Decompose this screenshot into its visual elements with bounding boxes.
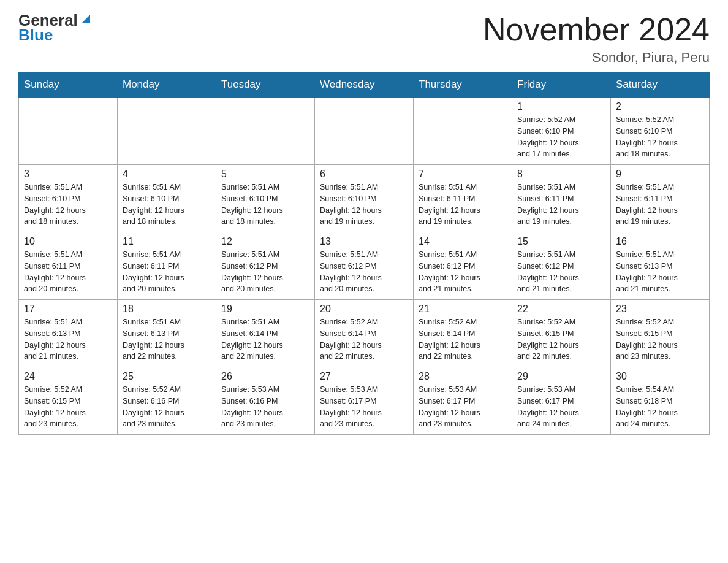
calendar-cell: 20Sunrise: 5:52 AMSunset: 6:14 PMDayligh… bbox=[315, 300, 414, 367]
calendar-cell bbox=[414, 98, 512, 165]
day-number: 12 bbox=[221, 236, 309, 247]
calendar-cell: 24Sunrise: 5:52 AMSunset: 6:15 PMDayligh… bbox=[19, 367, 118, 435]
day-header-thursday: Thursday bbox=[414, 72, 512, 98]
day-number: 27 bbox=[320, 371, 408, 382]
calendar-cell: 11Sunrise: 5:51 AMSunset: 6:11 PMDayligh… bbox=[118, 232, 216, 300]
day-number: 17 bbox=[24, 304, 112, 315]
day-info: Sunrise: 5:51 AMSunset: 6:12 PMDaylight:… bbox=[320, 249, 408, 295]
calendar-cell: 21Sunrise: 5:52 AMSunset: 6:14 PMDayligh… bbox=[414, 300, 512, 367]
calendar-cell: 18Sunrise: 5:51 AMSunset: 6:13 PMDayligh… bbox=[118, 300, 216, 367]
day-info: Sunrise: 5:51 AMSunset: 6:12 PMDaylight:… bbox=[419, 249, 507, 295]
calendar-cell: 27Sunrise: 5:53 AMSunset: 6:17 PMDayligh… bbox=[315, 367, 414, 435]
day-info: Sunrise: 5:51 AMSunset: 6:11 PMDaylight:… bbox=[24, 249, 112, 295]
calendar-cell: 7Sunrise: 5:51 AMSunset: 6:11 PMDaylight… bbox=[414, 165, 512, 232]
day-info: Sunrise: 5:53 AMSunset: 6:16 PMDaylight:… bbox=[221, 384, 309, 430]
calendar-cell: 15Sunrise: 5:51 AMSunset: 6:12 PMDayligh… bbox=[512, 232, 611, 300]
day-number: 24 bbox=[24, 371, 112, 382]
day-info: Sunrise: 5:51 AMSunset: 6:13 PMDaylight:… bbox=[24, 316, 112, 362]
calendar-cell: 4Sunrise: 5:51 AMSunset: 6:10 PMDaylight… bbox=[118, 165, 216, 232]
day-number: 18 bbox=[123, 304, 211, 315]
day-number: 19 bbox=[221, 304, 309, 315]
day-header-friday: Friday bbox=[512, 72, 611, 98]
day-info: Sunrise: 5:52 AMSunset: 6:15 PMDaylight:… bbox=[616, 316, 704, 362]
svg-marker-0 bbox=[82, 15, 90, 23]
day-info: Sunrise: 5:51 AMSunset: 6:13 PMDaylight:… bbox=[123, 316, 211, 362]
calendar-cell bbox=[315, 98, 414, 165]
day-number: 4 bbox=[123, 169, 211, 180]
day-info: Sunrise: 5:53 AMSunset: 6:17 PMDaylight:… bbox=[419, 384, 507, 430]
day-number: 28 bbox=[419, 371, 507, 382]
day-header-saturday: Saturday bbox=[611, 72, 710, 98]
calendar-cell: 23Sunrise: 5:52 AMSunset: 6:15 PMDayligh… bbox=[611, 300, 710, 367]
day-info: Sunrise: 5:52 AMSunset: 6:15 PMDaylight:… bbox=[517, 316, 605, 362]
calendar-cell: 9Sunrise: 5:51 AMSunset: 6:11 PMDaylight… bbox=[611, 165, 710, 232]
day-info: Sunrise: 5:51 AMSunset: 6:10 PMDaylight:… bbox=[123, 182, 211, 228]
day-number: 29 bbox=[517, 371, 605, 382]
day-info: Sunrise: 5:53 AMSunset: 6:17 PMDaylight:… bbox=[517, 384, 605, 430]
calendar-cell: 16Sunrise: 5:51 AMSunset: 6:13 PMDayligh… bbox=[611, 232, 710, 300]
day-number: 10 bbox=[24, 236, 112, 247]
week-row-5: 24Sunrise: 5:52 AMSunset: 6:15 PMDayligh… bbox=[19, 367, 710, 435]
day-number: 20 bbox=[320, 304, 408, 315]
calendar-cell: 28Sunrise: 5:53 AMSunset: 6:17 PMDayligh… bbox=[414, 367, 512, 435]
logo-blue-text: Blue bbox=[18, 26, 53, 45]
day-number: 7 bbox=[419, 169, 507, 180]
calendar-cell: 1Sunrise: 5:52 AMSunset: 6:10 PMDaylight… bbox=[512, 98, 611, 165]
calendar-cell: 17Sunrise: 5:51 AMSunset: 6:13 PMDayligh… bbox=[19, 300, 118, 367]
location-title: Sondor, Piura, Peru bbox=[483, 50, 710, 66]
day-info: Sunrise: 5:51 AMSunset: 6:12 PMDaylight:… bbox=[517, 249, 605, 295]
day-number: 23 bbox=[616, 304, 704, 315]
calendar-cell: 2Sunrise: 5:52 AMSunset: 6:10 PMDaylight… bbox=[611, 98, 710, 165]
day-info: Sunrise: 5:51 AMSunset: 6:10 PMDaylight:… bbox=[320, 182, 408, 228]
day-number: 1 bbox=[517, 101, 605, 112]
calendar-cell: 10Sunrise: 5:51 AMSunset: 6:11 PMDayligh… bbox=[19, 232, 118, 300]
calendar-cell bbox=[19, 98, 118, 165]
day-info: Sunrise: 5:51 AMSunset: 6:13 PMDaylight:… bbox=[616, 249, 704, 295]
day-info: Sunrise: 5:52 AMSunset: 6:14 PMDaylight:… bbox=[320, 316, 408, 362]
day-number: 15 bbox=[517, 236, 605, 247]
day-number: 6 bbox=[320, 169, 408, 180]
calendar-cell: 14Sunrise: 5:51 AMSunset: 6:12 PMDayligh… bbox=[414, 232, 512, 300]
calendar-cell: 25Sunrise: 5:52 AMSunset: 6:16 PMDayligh… bbox=[118, 367, 216, 435]
calendar-table: SundayMondayTuesdayWednesdayThursdayFrid… bbox=[18, 72, 710, 435]
title-area: November 2024 Sondor, Piura, Peru bbox=[483, 12, 710, 66]
day-number: 5 bbox=[221, 169, 309, 180]
calendar-header-row: SundayMondayTuesdayWednesdayThursdayFrid… bbox=[19, 72, 710, 98]
day-info: Sunrise: 5:52 AMSunset: 6:15 PMDaylight:… bbox=[24, 384, 112, 430]
day-number: 13 bbox=[320, 236, 408, 247]
day-number: 25 bbox=[123, 371, 211, 382]
calendar-cell bbox=[118, 98, 216, 165]
logo: General Blue bbox=[18, 12, 93, 45]
calendar-cell: 8Sunrise: 5:51 AMSunset: 6:11 PMDaylight… bbox=[512, 165, 611, 232]
calendar-cell: 5Sunrise: 5:51 AMSunset: 6:10 PMDaylight… bbox=[216, 165, 315, 232]
day-info: Sunrise: 5:52 AMSunset: 6:14 PMDaylight:… bbox=[419, 316, 507, 362]
logo-triangle-icon bbox=[79, 12, 93, 26]
week-row-3: 10Sunrise: 5:51 AMSunset: 6:11 PMDayligh… bbox=[19, 232, 710, 300]
day-info: Sunrise: 5:51 AMSunset: 6:11 PMDaylight:… bbox=[616, 182, 704, 228]
day-number: 26 bbox=[221, 371, 309, 382]
day-info: Sunrise: 5:52 AMSunset: 6:10 PMDaylight:… bbox=[616, 114, 704, 160]
day-info: Sunrise: 5:51 AMSunset: 6:11 PMDaylight:… bbox=[123, 249, 211, 295]
week-row-4: 17Sunrise: 5:51 AMSunset: 6:13 PMDayligh… bbox=[19, 300, 710, 367]
day-info: Sunrise: 5:51 AMSunset: 6:11 PMDaylight:… bbox=[517, 182, 605, 228]
calendar-cell: 29Sunrise: 5:53 AMSunset: 6:17 PMDayligh… bbox=[512, 367, 611, 435]
day-number: 21 bbox=[419, 304, 507, 315]
day-number: 22 bbox=[517, 304, 605, 315]
calendar-cell: 26Sunrise: 5:53 AMSunset: 6:16 PMDayligh… bbox=[216, 367, 315, 435]
day-header-sunday: Sunday bbox=[19, 72, 118, 98]
day-info: Sunrise: 5:51 AMSunset: 6:10 PMDaylight:… bbox=[24, 182, 112, 228]
calendar-cell: 13Sunrise: 5:51 AMSunset: 6:12 PMDayligh… bbox=[315, 232, 414, 300]
day-info: Sunrise: 5:52 AMSunset: 6:16 PMDaylight:… bbox=[123, 384, 211, 430]
day-info: Sunrise: 5:54 AMSunset: 6:18 PMDaylight:… bbox=[616, 384, 704, 430]
month-title: November 2024 bbox=[483, 12, 710, 47]
day-info: Sunrise: 5:51 AMSunset: 6:11 PMDaylight:… bbox=[419, 182, 507, 228]
day-number: 16 bbox=[616, 236, 704, 247]
calendar-cell: 3Sunrise: 5:51 AMSunset: 6:10 PMDaylight… bbox=[19, 165, 118, 232]
calendar-cell: 30Sunrise: 5:54 AMSunset: 6:18 PMDayligh… bbox=[611, 367, 710, 435]
day-header-wednesday: Wednesday bbox=[315, 72, 414, 98]
day-number: 9 bbox=[616, 169, 704, 180]
day-number: 11 bbox=[123, 236, 211, 247]
day-info: Sunrise: 5:51 AMSunset: 6:14 PMDaylight:… bbox=[221, 316, 309, 362]
day-header-monday: Monday bbox=[118, 72, 216, 98]
day-number: 8 bbox=[517, 169, 605, 180]
